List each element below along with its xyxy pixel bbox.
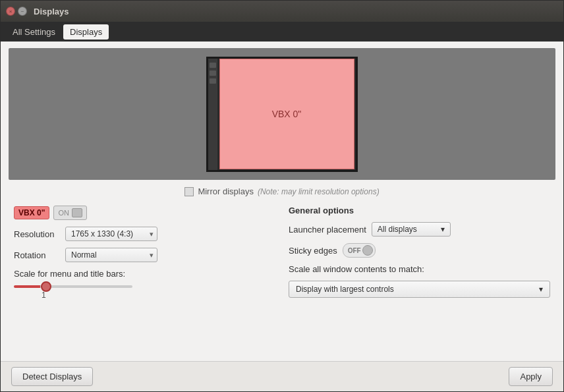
settings-grid: VBX 0" ON Resolution 1765 x 1330 (4:3) (14, 206, 550, 300)
menu-displays[interactable]: Displays (63, 24, 109, 40)
mirror-label: Mirror displays (198, 186, 254, 196)
resolution-select-wrapper: 1765 x 1330 (4:3) (65, 227, 157, 241)
minimize-button[interactable]: − (18, 7, 27, 16)
scale-value: 1 (42, 291, 46, 300)
monitor-dot-3 (210, 78, 216, 84)
mirror-checkbox[interactable] (184, 187, 194, 196)
monitor-dot-1 (210, 63, 216, 68)
bottom-bar: Detect Displays Apply (1, 361, 563, 391)
resolution-select[interactable]: 1765 x 1330 (4:3) (65, 227, 157, 241)
display-tag-row: VBX 0" ON (14, 206, 275, 220)
display-largest-controls-button[interactable]: Display with largest controls ▾ (289, 281, 550, 298)
menubar: All Settings Displays (1, 22, 563, 42)
scale-slider-row: 1 (14, 285, 275, 300)
sticky-toggle-circle (362, 245, 373, 256)
mirror-note: (Note: may limit resolution options) (258, 187, 380, 196)
resolution-label: Resolution (14, 229, 60, 239)
window: × − Displays All Settings Displays VBX 0… (0, 0, 564, 392)
launcher-value: All displays (378, 225, 417, 234)
monitor-outer: VBX 0" (206, 57, 358, 172)
display-preview: VBX 0" (9, 48, 555, 180)
display-largest-controls-value: Display with largest controls (296, 285, 394, 294)
titlebar-buttons: × − (6, 7, 27, 16)
general-options-title: General options (289, 206, 550, 215)
sticky-row: Sticky edges OFF (289, 243, 550, 258)
scale-slider[interactable] (14, 285, 132, 288)
launcher-label: Launcher placement (289, 225, 366, 235)
on-toggle[interactable]: ON (53, 206, 87, 220)
toggle-knob (72, 208, 82, 217)
rotation-label: Rotation (14, 250, 60, 260)
window-title: Displays (34, 7, 69, 16)
launcher-dropdown-icon: ▾ (441, 225, 445, 234)
scale-label: Scale for menu and title bars: (14, 269, 275, 279)
resolution-row: Resolution 1765 x 1330 (4:3) (14, 227, 275, 241)
display-tag: VBX 0" (14, 206, 49, 219)
sticky-value: OFF (348, 247, 362, 254)
monitor-dot-2 (210, 70, 216, 76)
left-column: VBX 0" ON Resolution 1765 x 1330 (4:3) (14, 206, 275, 300)
sticky-toggle[interactable]: OFF (343, 243, 376, 258)
detect-displays-button[interactable]: Detect Displays (11, 367, 93, 386)
right-column: General options Launcher placement All d… (289, 206, 550, 300)
mirror-row: Mirror displays (Note: may limit resolut… (1, 186, 563, 196)
monitor-screen[interactable]: VBX 0" (219, 59, 354, 169)
launcher-button[interactable]: All displays ▾ (372, 222, 451, 237)
launcher-row: Launcher placement All displays ▾ (289, 222, 550, 237)
display-largest-controls-icon: ▾ (539, 285, 543, 294)
controls-area: VBX 0" ON Resolution 1765 x 1330 (4:3) (1, 206, 563, 361)
rotation-select-wrapper: Normal 90° 180° 270° (65, 248, 157, 262)
menu-all-settings[interactable]: All Settings (6, 24, 62, 40)
scale-window-label: Scale all window contents to match: (289, 264, 550, 274)
sticky-label: Sticky edges (289, 246, 337, 256)
on-label: ON (58, 209, 69, 217)
monitor-label: VBX 0" (272, 109, 302, 119)
rotation-select[interactable]: Normal 90° 180° 270° (65, 248, 157, 262)
close-button[interactable]: × (6, 7, 15, 16)
monitor-left-bar (208, 59, 217, 170)
titlebar: × − Displays (1, 1, 563, 22)
rotation-row: Rotation Normal 90° 180° 270° (14, 248, 275, 262)
apply-button[interactable]: Apply (509, 367, 553, 386)
